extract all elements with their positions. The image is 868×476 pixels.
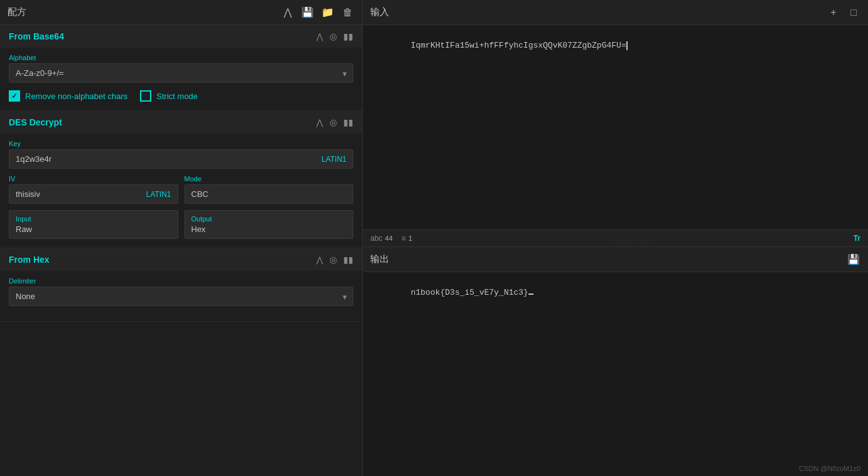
from-hex-pause[interactable]: ▮▮ bbox=[343, 255, 353, 265]
char-count-stat: abc 44 bbox=[370, 234, 393, 243]
save-output-icon[interactable]: 💾 bbox=[847, 253, 860, 265]
remove-checkbox-label: Remove non-alphabet chars bbox=[25, 92, 127, 101]
iv-encoding[interactable]: LATIN1 bbox=[146, 190, 171, 199]
from-hex-header: From Hex ⋀ ◎ ▮▮ bbox=[0, 248, 362, 271]
open-folder-icon[interactable]: 📁 bbox=[321, 6, 335, 18]
main-layout: 配方 ⋀ 💾 📁 🗑 From Base64 ⋀ ◎ ▮▮ bbox=[0, 0, 868, 476]
watermark: CSDN @N0zoM1z0 bbox=[799, 465, 860, 472]
delete-recipe-icon[interactable]: 🗑 bbox=[341, 7, 355, 18]
recipe-content: From Base64 ⋀ ◎ ▮▮ Alphabet A-Za-z0-9+/= bbox=[0, 25, 362, 476]
from-base64-section: From Base64 ⋀ ◎ ▮▮ Alphabet A-Za-z0-9+/= bbox=[0, 25, 362, 111]
from-hex-body: Delimiter None bbox=[0, 271, 362, 321]
save-recipe-icon[interactable]: 💾 bbox=[301, 6, 314, 18]
mode-col: Mode CBC bbox=[185, 175, 354, 204]
strict-checkbox-box[interactable] bbox=[140, 90, 151, 102]
iv-mode-row: IV thisisiv LATIN1 Mode CBC bbox=[9, 175, 353, 204]
line-count-icon: ≡ bbox=[402, 234, 406, 243]
delimiter-group: Delimiter None bbox=[9, 277, 353, 306]
strict-mode-checkbox[interactable]: Strict mode bbox=[140, 90, 198, 102]
key-group: Key 1q2w3e4r LATIN1 bbox=[9, 140, 353, 169]
output-label: Output bbox=[191, 215, 347, 223]
expand-input-icon[interactable]: □ bbox=[847, 7, 860, 18]
mode-field[interactable]: CBC bbox=[185, 184, 354, 204]
collapse-icon[interactable]: ⋀ bbox=[281, 6, 294, 18]
des-decrypt-section: DES Decrypt ⋀ ◎ ▮▮ Key 1q2w3e4r LATIN1 bbox=[0, 111, 362, 248]
input-area[interactable]: IqmrKHtIFa15wi+hfFFfyhcIgsxQQvK07ZZgbZpG… bbox=[363, 25, 868, 230]
des-decrypt-disable[interactable]: ◎ bbox=[330, 117, 337, 127]
add-input-icon[interactable]: + bbox=[827, 7, 840, 18]
des-decrypt-pause[interactable]: ▮▮ bbox=[343, 117, 353, 127]
char-count-value: 44 bbox=[385, 235, 392, 242]
input-cursor bbox=[626, 41, 628, 50]
input-text: IqmrKHtIFa15wi+hfFFfyhcIgsxQQvK07ZZgbZpG… bbox=[410, 41, 626, 50]
des-decrypt-header: DES Decrypt ⋀ ◎ ▮▮ bbox=[0, 111, 362, 134]
left-header: 配方 ⋀ 💾 📁 🗑 bbox=[0, 0, 362, 25]
iv-label: IV bbox=[9, 175, 178, 182]
from-base64-disable[interactable]: ◎ bbox=[330, 31, 337, 41]
from-hex-disable[interactable]: ◎ bbox=[330, 255, 337, 265]
input-field[interactable]: Input Raw bbox=[9, 210, 178, 239]
remove-checkbox-box[interactable]: ✓ bbox=[9, 90, 20, 102]
from-base64-title: From Base64 bbox=[9, 31, 316, 41]
iv-col: IV thisisiv LATIN1 bbox=[9, 175, 178, 204]
des-decrypt-controls: ⋀ ◎ ▮▮ bbox=[316, 117, 353, 127]
from-base64-header: From Base64 ⋀ ◎ ▮▮ bbox=[0, 25, 362, 48]
output-area[interactable]: n1book{D3s_i5_vE7y_N1c3} bbox=[363, 272, 868, 477]
right-panel: 输入 + □ IqmrKHtIFa15wi+hfFFfyhcIgsxQQvK07… bbox=[363, 0, 868, 476]
from-base64-controls: ⋀ ◎ ▮▮ bbox=[316, 31, 353, 41]
checkbox-row: ✓ Remove non-alphabet chars Strict mode bbox=[9, 90, 353, 102]
line-count-stat: ≡ 1 bbox=[402, 234, 412, 243]
alphabet-select[interactable]: A-Za-z0-9+/= bbox=[9, 63, 353, 83]
key-label: Key bbox=[9, 140, 353, 147]
recipe-header-icons: ⋀ 💾 📁 🗑 bbox=[281, 6, 355, 18]
from-base64-body: Alphabet A-Za-z0-9+/= ✓ Remove no bbox=[0, 48, 362, 110]
delimiter-select-wrapper[interactable]: None bbox=[9, 287, 353, 306]
key-input-row[interactable]: 1q2w3e4r LATIN1 bbox=[9, 149, 353, 169]
from-hex-section: From Hex ⋀ ◎ ▮▮ Delimiter None bbox=[0, 248, 362, 322]
iv-value: thisisiv bbox=[16, 189, 40, 199]
output-title: 输出 bbox=[370, 253, 847, 265]
tr-label[interactable]: Tr bbox=[854, 234, 860, 243]
from-base64-collapse[interactable]: ⋀ bbox=[316, 32, 323, 41]
divider-dots: ......... bbox=[421, 235, 845, 242]
from-hex-controls: ⋀ ◎ ▮▮ bbox=[316, 255, 353, 265]
des-decrypt-collapse[interactable]: ⋀ bbox=[316, 118, 323, 127]
right-panel-inner: IqmrKHtIFa15wi+hfFFfyhcIgsxQQvK07ZZgbZpG… bbox=[363, 25, 868, 476]
char-count-icon: abc bbox=[370, 234, 382, 243]
key-encoding[interactable]: LATIN1 bbox=[321, 155, 346, 164]
line-count-value: 1 bbox=[409, 235, 412, 242]
input-header: 输入 + □ bbox=[363, 0, 868, 25]
strict-checkbox-label: Strict mode bbox=[156, 92, 198, 101]
output-text: n1book{D3s_i5_vE7y_N1c3} bbox=[410, 288, 528, 297]
recipe-title: 配方 bbox=[8, 6, 281, 18]
input-header-icons: + □ bbox=[827, 7, 860, 18]
iv-field[interactable]: thisisiv LATIN1 bbox=[9, 184, 178, 204]
alphabet-select-wrapper[interactable]: A-Za-z0-9+/= bbox=[9, 63, 353, 83]
alphabet-group: Alphabet A-Za-z0-9+/= bbox=[9, 54, 353, 83]
mode-value: CBC bbox=[191, 189, 208, 199]
remove-checkmark: ✓ bbox=[11, 92, 18, 100]
key-value: 1q2w3e4r bbox=[16, 154, 51, 164]
input-label: Input bbox=[16, 215, 171, 223]
input-output-row: Input Raw Output Hex bbox=[9, 210, 353, 239]
input-title: 输入 bbox=[370, 6, 827, 18]
des-decrypt-title: DES Decrypt bbox=[9, 117, 316, 127]
left-panel: 配方 ⋀ 💾 📁 🗑 From Base64 ⋀ ◎ ▮▮ bbox=[0, 0, 363, 476]
delimiter-select[interactable]: None bbox=[9, 287, 353, 306]
output-field[interactable]: Output Hex bbox=[185, 210, 354, 239]
alphabet-label: Alphabet bbox=[9, 54, 353, 61]
mode-label: Mode bbox=[185, 175, 354, 182]
output-cursor bbox=[528, 294, 533, 295]
des-decrypt-body: Key 1q2w3e4r LATIN1 IV thisisiv LATIN1 bbox=[0, 134, 362, 248]
stats-bar: abc 44 ≡ 1 ......... Tr bbox=[363, 230, 868, 247]
from-hex-title: From Hex bbox=[9, 255, 316, 265]
remove-non-alphabet-checkbox[interactable]: ✓ Remove non-alphabet chars bbox=[9, 90, 127, 102]
output-value: Hex bbox=[191, 225, 206, 234]
delimiter-label: Delimiter bbox=[9, 277, 353, 285]
from-base64-pause[interactable]: ▮▮ bbox=[343, 31, 353, 41]
input-value: Raw bbox=[16, 225, 32, 234]
from-hex-collapse[interactable]: ⋀ bbox=[316, 255, 323, 265]
output-header: 输出 💾 bbox=[363, 247, 868, 272]
